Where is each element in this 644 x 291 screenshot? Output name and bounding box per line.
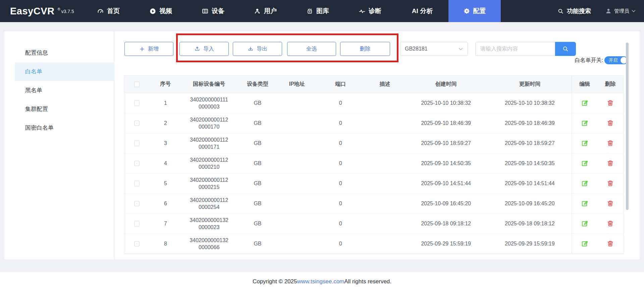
- upload-icon: [194, 46, 200, 52]
- updated-time: 2025-10-09 16:45:20: [488, 194, 572, 213]
- updated-time: 2025-09-10 14:51:44: [488, 173, 572, 193]
- export-button[interactable]: 导出: [233, 42, 282, 56]
- updated-time: 2025-09-18 09:18:12: [488, 214, 572, 233]
- protocol-select[interactable]: GB28181: [400, 42, 468, 56]
- protocol-select-value: GB28181: [405, 46, 459, 52]
- sidebar-item-blacklist[interactable]: 黑名单: [15, 81, 114, 100]
- nav-label: 诊断: [369, 7, 381, 15]
- page-footer: Copyright © 2025 www.tsingsee.com All ri…: [0, 272, 644, 291]
- device-id: 34020000001120000171: [181, 133, 237, 153]
- table-row: 5 34020000001120000215 GB 0 2025-09-10 1…: [124, 173, 623, 194]
- import-button[interactable]: 导入: [179, 42, 229, 56]
- content-card: 配置信息 白名单 黑名单 集群配置 国密白名单 新增 导入 导出 全选 删除 G…: [4, 31, 640, 260]
- navbar-right: 功能搜索 管理员: [557, 0, 636, 22]
- device-id-line2: 0000023: [199, 224, 219, 231]
- edit-icon[interactable]: [572, 234, 597, 253]
- row-checkbox[interactable]: [134, 181, 140, 186]
- device-id-line1: 3402000000132: [190, 217, 228, 224]
- device-ip: [278, 214, 315, 233]
- row-checkbox[interactable]: [134, 201, 140, 206]
- whitelist-toggle[interactable]: 开启: [604, 56, 628, 64]
- select-all-checkbox[interactable]: [134, 82, 140, 87]
- delete-icon[interactable]: [597, 234, 623, 253]
- whitelist-switch-label: 白名单开关:: [521, 56, 603, 64]
- export-button-label: 导出: [257, 46, 267, 53]
- chevron-down-icon: [459, 48, 463, 51]
- nav-item-user[interactable]: 用户: [239, 0, 291, 22]
- gallery-icon: [306, 8, 313, 15]
- delete-icon[interactable]: [597, 214, 623, 233]
- nav-item-gallery[interactable]: 图库: [291, 0, 344, 22]
- table-row: 1 34020000001110000003 GB 0 2025-10-10 1…: [124, 93, 623, 113]
- edit-icon[interactable]: [572, 173, 597, 193]
- edit-icon[interactable]: [572, 93, 597, 113]
- edit-icon[interactable]: [572, 214, 597, 233]
- device-wall-icon: [202, 8, 209, 15]
- row-checkbox[interactable]: [134, 161, 140, 166]
- row-checkbox[interactable]: [134, 100, 140, 106]
- vertical-scrollbar[interactable]: [626, 43, 629, 210]
- function-search[interactable]: 功能搜索: [557, 7, 591, 15]
- search-input[interactable]: [475, 42, 555, 56]
- created-time: 2025-10-10 10:38:32: [404, 93, 488, 113]
- device-id-line1: 3402000000112: [190, 156, 228, 163]
- device-type: GB: [237, 113, 279, 133]
- device-id: 34020000001120000170: [181, 113, 237, 133]
- delete-icon[interactable]: [597, 113, 623, 133]
- edit-icon[interactable]: [572, 194, 597, 213]
- copyright-prefix: Copyright © 2025: [253, 278, 297, 285]
- row-checkbox[interactable]: [134, 221, 140, 226]
- device-id-line1: 3402000000112: [190, 136, 228, 143]
- row-checkbox[interactable]: [134, 121, 140, 126]
- top-navbar: EasyCVR ® v3.7.5 首页 视频 设备 用户 图库 诊断 AI: [0, 0, 644, 22]
- edit-icon[interactable]: [572, 113, 597, 133]
- header-updated: 更新时间: [488, 76, 572, 93]
- nav-item-ai-analysis[interactable]: AI 分析: [396, 0, 448, 22]
- device-type: GB: [237, 153, 279, 173]
- nav-item-device[interactable]: 设备: [187, 0, 239, 22]
- delete-icon[interactable]: [597, 173, 623, 193]
- user-menu[interactable]: 管理员: [605, 8, 636, 14]
- checkbox-cell: [124, 194, 150, 213]
- device-id-line2: 0000210: [199, 163, 219, 170]
- nav-item-home[interactable]: 首页: [82, 0, 135, 22]
- delete-button[interactable]: 删除: [340, 42, 390, 56]
- device-port: 0: [315, 214, 366, 233]
- row-checkbox[interactable]: [134, 241, 140, 246]
- copyright-suffix: All rights reserved.: [344, 278, 391, 285]
- device-id-line1: 3402000000112: [190, 116, 228, 123]
- device-ip: [278, 93, 315, 113]
- updated-time: 2025-09-10 18:46:39: [488, 113, 572, 133]
- row-index: 5: [150, 173, 181, 193]
- device-desc: [366, 133, 404, 153]
- device-id-line1: 3402000000112: [190, 197, 228, 204]
- pulse-icon: [359, 8, 366, 15]
- nav-item-config[interactable]: 配置: [448, 0, 501, 22]
- delete-icon[interactable]: [597, 133, 623, 153]
- sidebar-item-config-info[interactable]: 配置信息: [15, 44, 114, 62]
- edit-icon[interactable]: [572, 133, 597, 153]
- nav-item-diagnosis[interactable]: 诊断: [344, 0, 396, 22]
- device-id-line1: 3402000000112: [190, 176, 228, 184]
- sidebar-item-gm-whitelist[interactable]: 国密白名单: [15, 119, 114, 137]
- row-index: 8: [150, 234, 181, 253]
- device-id: 34020000001320000023: [181, 214, 237, 233]
- nav-item-video[interactable]: 视频: [135, 0, 187, 22]
- checkbox-cell: [124, 113, 150, 133]
- registered-mark: ®: [57, 7, 60, 11]
- delete-icon[interactable]: [597, 153, 623, 173]
- search-button[interactable]: [555, 42, 576, 56]
- sidebar-item-cluster-config[interactable]: 集群配置: [15, 100, 114, 119]
- nav-label: 设备: [212, 7, 224, 15]
- row-checkbox[interactable]: [134, 141, 140, 146]
- select-all-button[interactable]: 全选: [287, 42, 336, 56]
- sidebar-item-whitelist[interactable]: 白名单: [15, 62, 114, 81]
- delete-icon[interactable]: [597, 93, 623, 113]
- header-edit: 编辑: [572, 76, 597, 93]
- checkbox-cell: [124, 133, 150, 153]
- footer-link[interactable]: www.tsingsee.com: [297, 278, 344, 285]
- edit-icon[interactable]: [572, 153, 597, 173]
- delete-icon[interactable]: [597, 194, 623, 213]
- add-button[interactable]: 新增: [124, 42, 173, 56]
- header-device-type: 设备类型: [237, 76, 279, 93]
